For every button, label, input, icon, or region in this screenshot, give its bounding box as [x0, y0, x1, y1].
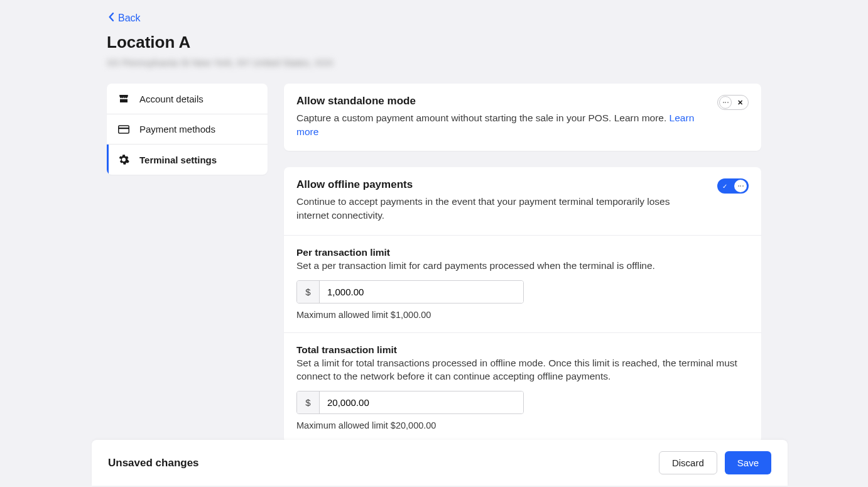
- toggle-knob: [719, 96, 732, 109]
- total-transaction-helper: Maximum allowed limit $20,000.00: [296, 420, 749, 430]
- sidebar-item-payment-methods[interactable]: Payment methods: [107, 114, 268, 145]
- standalone-toggle[interactable]: ✕: [717, 95, 749, 110]
- back-label: Back: [118, 13, 141, 24]
- svg-rect-1: [119, 128, 129, 129]
- currency-prefix: $: [297, 391, 320, 413]
- per-transaction-input-group: $: [296, 280, 524, 304]
- gear-icon: [118, 154, 129, 165]
- page-title: Location A: [107, 33, 761, 52]
- storefront-icon: [118, 93, 129, 104]
- back-link[interactable]: Back: [108, 13, 141, 24]
- action-bar: Unsaved changes Discard Save: [92, 440, 788, 486]
- standalone-mode-card: Allow standalone mode Capture a custom p…: [284, 84, 761, 151]
- sidebar-item-account-details[interactable]: Account details: [107, 84, 268, 114]
- total-transaction-title: Total transaction limit: [296, 344, 749, 356]
- standalone-title: Allow standalone mode: [296, 95, 705, 107]
- total-transaction-desc: Set a limit for total transactions proce…: [296, 357, 749, 383]
- svg-rect-0: [119, 126, 129, 133]
- offline-title: Allow offline payments: [296, 178, 705, 191]
- check-icon: ✓: [722, 183, 727, 190]
- standalone-desc: Capture a custom payment amount without …: [296, 111, 705, 138]
- unsaved-changes-label: Unsaved changes: [108, 457, 199, 469]
- per-transaction-input[interactable]: [320, 281, 523, 303]
- offline-desc: Continue to accept payments in the event…: [296, 195, 705, 222]
- save-button[interactable]: Save: [725, 451, 771, 474]
- per-transaction-title: Per transaction limit: [296, 247, 749, 258]
- per-transaction-helper: Maximum allowed limit $1,000.00: [296, 310, 749, 320]
- sidebar-item-label: Terminal settings: [139, 155, 217, 165]
- offline-payments-card: Allow offline payments Continue to accep…: [284, 167, 761, 442]
- chevron-left-icon: [108, 13, 114, 24]
- location-address: XX Pennsylvania St New York, NY United S…: [107, 57, 333, 68]
- x-icon: ✕: [737, 99, 743, 107]
- total-transaction-input[interactable]: [320, 391, 523, 413]
- per-transaction-desc: Set a per transaction limit for card pay…: [296, 260, 749, 273]
- sidebar-item-label: Payment methods: [139, 124, 215, 134]
- currency-prefix: $: [297, 281, 320, 303]
- total-transaction-input-group: $: [296, 391, 524, 414]
- offline-toggle[interactable]: ✓: [717, 178, 749, 194]
- credit-card-icon: [118, 125, 129, 134]
- sidebar-item-label: Account details: [139, 94, 203, 104]
- discard-button[interactable]: Discard: [659, 451, 717, 474]
- sidebar: Account details Payment methods Terminal…: [107, 84, 268, 175]
- toggle-knob: [734, 180, 747, 192]
- sidebar-item-terminal-settings[interactable]: Terminal settings: [107, 145, 268, 175]
